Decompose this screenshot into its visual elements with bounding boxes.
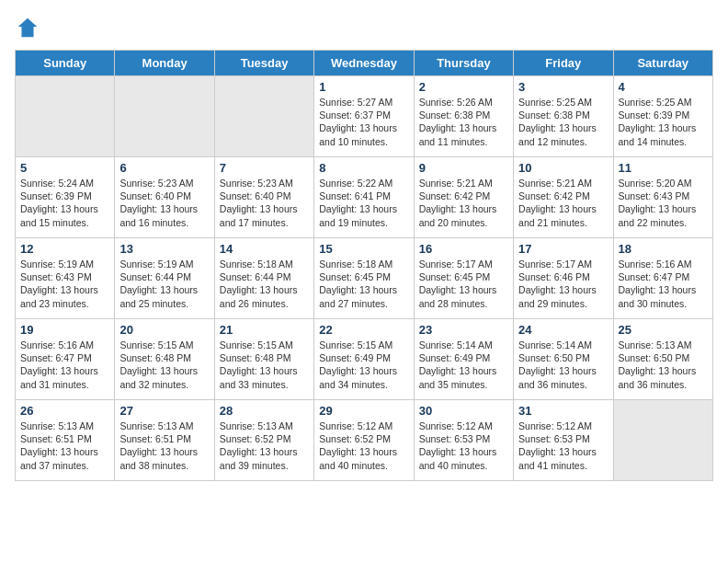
calendar-cell: 18Sunrise: 5:16 AM Sunset: 6:47 PM Dayli… [613, 238, 712, 319]
day-number: 31 [518, 404, 608, 418]
cell-info: Sunrise: 5:15 AM Sunset: 6:48 PM Dayligh… [119, 339, 209, 391]
day-header-monday: Monday [115, 51, 214, 76]
day-header-sunday: Sunday [16, 51, 115, 76]
day-number: 17 [518, 242, 608, 256]
day-number: 22 [319, 323, 408, 337]
cell-info: Sunrise: 5:13 AM Sunset: 6:51 PM Dayligh… [119, 419, 209, 472]
day-header-saturday: Saturday [613, 51, 712, 76]
calendar-cell: 7Sunrise: 5:23 AM Sunset: 6:40 PM Daylig… [214, 157, 313, 238]
logo [15, 15, 44, 40]
day-number: 25 [619, 323, 708, 337]
svg-marker-1 [18, 18, 38, 38]
calendar-cell: 6Sunrise: 5:23 AM Sunset: 6:40 PM Daylig… [115, 157, 214, 238]
day-number: 15 [319, 242, 408, 256]
day-number: 11 [619, 161, 708, 175]
cell-info: Sunrise: 5:23 AM Sunset: 6:40 PM Dayligh… [220, 177, 309, 229]
calendar-cell: 27Sunrise: 5:13 AM Sunset: 6:51 PM Dayli… [115, 400, 214, 481]
calendar-cell: 25Sunrise: 5:13 AM Sunset: 6:50 PM Dayli… [613, 319, 712, 400]
day-number: 21 [220, 323, 309, 337]
cell-info: Sunrise: 5:13 AM Sunset: 6:52 PM Dayligh… [220, 419, 309, 472]
calendar-cell: 12Sunrise: 5:19 AM Sunset: 6:43 PM Dayli… [16, 238, 115, 319]
calendar-cell: 11Sunrise: 5:20 AM Sunset: 6:43 PM Dayli… [613, 157, 712, 238]
day-number: 3 [518, 80, 608, 94]
day-number: 29 [319, 404, 408, 418]
calendar-cell: 17Sunrise: 5:17 AM Sunset: 6:46 PM Dayli… [514, 238, 613, 319]
day-number: 9 [419, 161, 508, 175]
calendar-cell: 1Sunrise: 5:27 AM Sunset: 6:37 PM Daylig… [314, 76, 414, 157]
cell-info: Sunrise: 5:25 AM Sunset: 6:38 PM Dayligh… [518, 96, 608, 148]
calendar-cell: 9Sunrise: 5:21 AM Sunset: 6:42 PM Daylig… [414, 157, 513, 238]
day-number: 5 [20, 161, 109, 175]
calendar-cell: 2Sunrise: 5:26 AM Sunset: 6:38 PM Daylig… [414, 76, 513, 157]
day-number: 18 [619, 242, 708, 256]
cell-info: Sunrise: 5:25 AM Sunset: 6:39 PM Dayligh… [619, 96, 708, 148]
calendar-cell [214, 76, 313, 157]
calendar-cell: 30Sunrise: 5:12 AM Sunset: 6:53 PM Dayli… [414, 400, 513, 481]
week-row-3: 12Sunrise: 5:19 AM Sunset: 6:43 PM Dayli… [16, 238, 713, 319]
cell-info: Sunrise: 5:21 AM Sunset: 6:42 PM Dayligh… [518, 177, 608, 229]
calendar-cell: 5Sunrise: 5:24 AM Sunset: 6:39 PM Daylig… [16, 157, 115, 238]
calendar-table: SundayMondayTuesdayWednesdayThursdayFrid… [15, 50, 713, 481]
day-number: 16 [419, 242, 508, 256]
cell-info: Sunrise: 5:16 AM Sunset: 6:47 PM Dayligh… [20, 339, 109, 391]
day-number: 24 [518, 323, 608, 337]
calendar-cell: 26Sunrise: 5:13 AM Sunset: 6:51 PM Dayli… [16, 400, 115, 481]
day-number: 28 [220, 404, 309, 418]
cell-info: Sunrise: 5:12 AM Sunset: 6:53 PM Dayligh… [518, 419, 608, 472]
calendar-cell: 14Sunrise: 5:18 AM Sunset: 6:44 PM Dayli… [214, 238, 313, 319]
calendar-cell: 19Sunrise: 5:16 AM Sunset: 6:47 PM Dayli… [16, 319, 115, 400]
calendar-cell: 31Sunrise: 5:12 AM Sunset: 6:53 PM Dayli… [514, 400, 613, 481]
week-row-1: 1Sunrise: 5:27 AM Sunset: 6:37 PM Daylig… [16, 76, 713, 157]
cell-info: Sunrise: 5:18 AM Sunset: 6:45 PM Dayligh… [319, 258, 408, 310]
logo-icon [15, 15, 40, 40]
calendar-cell: 10Sunrise: 5:21 AM Sunset: 6:42 PM Dayli… [514, 157, 613, 238]
cell-info: Sunrise: 5:17 AM Sunset: 6:46 PM Dayligh… [518, 258, 608, 310]
calendar-cell: 3Sunrise: 5:25 AM Sunset: 6:38 PM Daylig… [514, 76, 613, 157]
calendar-cell: 16Sunrise: 5:17 AM Sunset: 6:45 PM Dayli… [414, 238, 513, 319]
day-header-thursday: Thursday [414, 51, 513, 76]
day-number: 1 [319, 80, 408, 94]
day-header-friday: Friday [514, 51, 613, 76]
day-number: 13 [119, 242, 209, 256]
day-number: 30 [419, 404, 508, 418]
cell-info: Sunrise: 5:13 AM Sunset: 6:50 PM Dayligh… [619, 339, 708, 391]
day-number: 10 [518, 161, 608, 175]
calendar-cell: 20Sunrise: 5:15 AM Sunset: 6:48 PM Dayli… [115, 319, 214, 400]
week-row-4: 19Sunrise: 5:16 AM Sunset: 6:47 PM Dayli… [16, 319, 713, 400]
cell-info: Sunrise: 5:18 AM Sunset: 6:44 PM Dayligh… [220, 258, 309, 310]
calendar-cell: 4Sunrise: 5:25 AM Sunset: 6:39 PM Daylig… [613, 76, 712, 157]
cell-info: Sunrise: 5:12 AM Sunset: 6:52 PM Dayligh… [319, 419, 408, 472]
day-number: 7 [220, 161, 309, 175]
calendar-cell: 22Sunrise: 5:15 AM Sunset: 6:49 PM Dayli… [314, 319, 414, 400]
day-number: 2 [419, 80, 508, 94]
cell-info: Sunrise: 5:23 AM Sunset: 6:40 PM Dayligh… [119, 177, 209, 229]
calendar-cell: 23Sunrise: 5:14 AM Sunset: 6:49 PM Dayli… [414, 319, 513, 400]
day-header-tuesday: Tuesday [214, 51, 313, 76]
day-number: 8 [319, 161, 408, 175]
cell-info: Sunrise: 5:22 AM Sunset: 6:41 PM Dayligh… [319, 177, 408, 229]
calendar-cell: 8Sunrise: 5:22 AM Sunset: 6:41 PM Daylig… [314, 157, 414, 238]
day-number: 19 [20, 323, 109, 337]
cell-info: Sunrise: 5:26 AM Sunset: 6:38 PM Dayligh… [419, 96, 508, 148]
day-number: 26 [20, 404, 109, 418]
calendar-cell: 28Sunrise: 5:13 AM Sunset: 6:52 PM Dayli… [214, 400, 313, 481]
day-number: 27 [119, 404, 209, 418]
day-header-wednesday: Wednesday [314, 51, 414, 76]
cell-info: Sunrise: 5:12 AM Sunset: 6:53 PM Dayligh… [419, 419, 508, 472]
calendar-cell [16, 76, 115, 157]
week-row-2: 5Sunrise: 5:24 AM Sunset: 6:39 PM Daylig… [16, 157, 713, 238]
cell-info: Sunrise: 5:21 AM Sunset: 6:42 PM Dayligh… [419, 177, 508, 229]
cell-info: Sunrise: 5:13 AM Sunset: 6:51 PM Dayligh… [20, 419, 109, 472]
cell-info: Sunrise: 5:24 AM Sunset: 6:39 PM Dayligh… [20, 177, 109, 229]
day-number: 12 [20, 242, 109, 256]
day-number: 23 [419, 323, 508, 337]
cell-info: Sunrise: 5:16 AM Sunset: 6:47 PM Dayligh… [619, 258, 708, 310]
week-row-5: 26Sunrise: 5:13 AM Sunset: 6:51 PM Dayli… [16, 400, 713, 481]
day-number: 20 [119, 323, 209, 337]
cell-info: Sunrise: 5:14 AM Sunset: 6:49 PM Dayligh… [419, 339, 508, 391]
calendar-cell: 15Sunrise: 5:18 AM Sunset: 6:45 PM Dayli… [314, 238, 414, 319]
page-header [15, 15, 713, 40]
day-number: 4 [619, 80, 708, 94]
calendar-cell: 24Sunrise: 5:14 AM Sunset: 6:50 PM Dayli… [514, 319, 613, 400]
cell-info: Sunrise: 5:14 AM Sunset: 6:50 PM Dayligh… [518, 339, 608, 391]
